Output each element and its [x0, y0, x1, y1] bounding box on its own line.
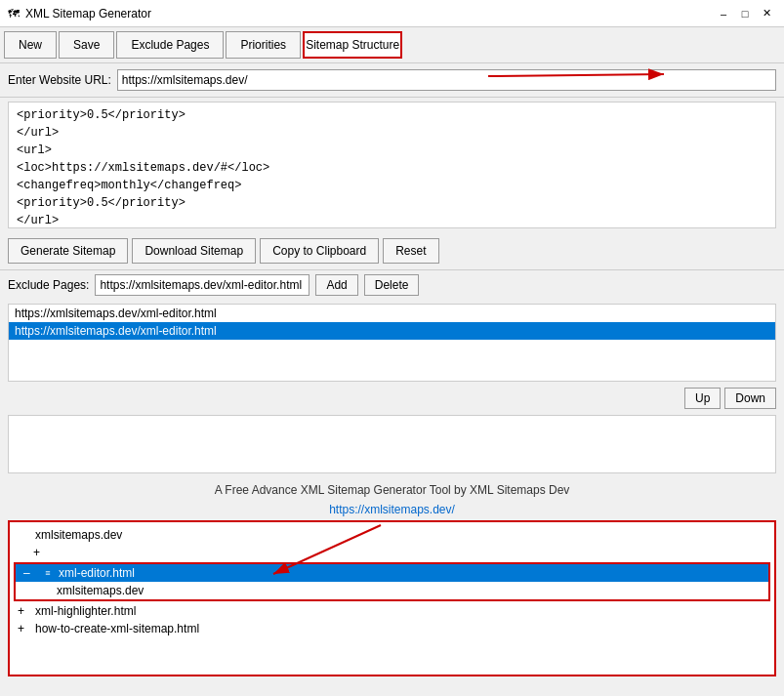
sitemap-structure-button[interactable]: Sitemap Structure — [303, 31, 402, 59]
preview-box — [8, 415, 776, 473]
exclude-label: Exclude Pages: — [8, 278, 89, 292]
tree-item-xml-editor[interactable]: – ≡ xml-editor.html — [16, 564, 768, 582]
tree-view: xmlsitemaps.dev + – ≡ xml-editor.html xm… — [8, 520, 776, 676]
new-button[interactable]: New — [4, 31, 57, 59]
url-list: https://xmlsitemaps.dev/xml-editor.html … — [8, 304, 776, 382]
url-label: Enter Website URL: — [8, 73, 111, 87]
list-item[interactable]: https://xmlsitemaps.dev/xml-editor.html — [9, 305, 775, 322]
expand-icon: – — [23, 566, 37, 580]
sitemap-line: <changefreq>monthly</changefreq> — [17, 177, 767, 194]
tree-item-how-to[interactable]: + how-to-create-xml-sitemap.html — [10, 620, 774, 637]
footer-text: A Free Advance XML Sitemap Generator Too… — [0, 477, 784, 503]
exclude-pages-button[interactable]: Exclude Pages — [116, 31, 224, 59]
priorities-button[interactable]: Priorities — [226, 31, 301, 59]
close-button[interactable]: ✕ — [757, 5, 776, 22]
down-button[interactable]: Down — [724, 388, 776, 409]
expand-icon: + — [33, 546, 40, 559]
reset-button[interactable]: Reset — [383, 238, 438, 264]
sitemap-line: </url> — [17, 212, 767, 228]
expand-icon: + — [18, 604, 31, 618]
title-bar-left: 🗺 XML Sitemap Generator — [8, 7, 151, 20]
generate-sitemap-button[interactable]: Generate Sitemap — [8, 238, 128, 264]
sitemap-line: <priority>0.5</priority> — [17, 194, 767, 212]
tree-item-xmlsitemaps[interactable]: xmlsitemaps.dev — [16, 582, 768, 599]
expand-icon: + — [18, 622, 31, 635]
download-sitemap-button[interactable]: Download Sitemap — [132, 238, 256, 264]
tree-label: how-to-create-xml-sitemap.html — [35, 622, 199, 635]
action-buttons: Generate Sitemap Download Sitemap Copy t… — [0, 232, 784, 269]
footer-link[interactable]: https://xmlsitemaps.dev/ — [0, 503, 784, 520]
sitemap-line: <url> — [17, 142, 767, 159]
exclude-input[interactable] — [95, 274, 309, 296]
page-icon: ≡ — [41, 566, 55, 580]
minimize-button[interactable]: – — [714, 5, 733, 22]
window: 🗺 XML Sitemap Generator – □ ✕ New Save E… — [0, 0, 784, 676]
tree-label: xml-highlighter.html — [35, 604, 136, 618]
url-row: Enter Website URL: — [0, 63, 784, 98]
delete-button[interactable]: Delete — [364, 274, 420, 296]
maximize-button[interactable]: □ — [735, 5, 755, 22]
up-button[interactable]: Up — [684, 388, 721, 409]
title-bar: 🗺 XML Sitemap Generator – □ ✕ — [0, 0, 784, 27]
tree-item-xml-highlighter[interactable]: + xml-highlighter.html — [10, 602, 774, 620]
list-item-selected[interactable]: https://xmlsitemaps.dev/xml-editor.html — [9, 322, 775, 340]
app-title: XML Sitemap Generator — [25, 7, 151, 20]
tree-label: xmlsitemaps.dev — [35, 528, 122, 542]
tree-label: xmlsitemaps.dev — [57, 584, 144, 597]
add-button[interactable]: Add — [315, 274, 357, 296]
copy-to-clipboard-button[interactable]: Copy to Clipboard — [260, 238, 379, 264]
sitemap-content: <priority>0.5</priority> </url> <url> <l… — [8, 102, 776, 228]
up-down-area: Up Down — [0, 386, 784, 411]
title-bar-controls: – □ ✕ — [714, 5, 776, 22]
toolbar: New Save Exclude Pages Priorities Sitema… — [0, 27, 784, 63]
sitemap-line: </url> — [17, 124, 767, 142]
exclude-row: Exclude Pages: Add Delete — [0, 269, 784, 300]
sitemap-line: <priority>0.5</priority> — [17, 106, 767, 124]
app-icon: 🗺 — [8, 7, 20, 20]
tree-label: xml-editor.html — [59, 566, 135, 580]
url-input[interactable] — [117, 69, 776, 91]
tree-item-expand[interactable]: + — [10, 544, 774, 561]
sitemap-line: <loc>https://xmlsitemaps.dev/#</loc> — [17, 159, 767, 177]
tree-item-root[interactable]: xmlsitemaps.dev — [10, 526, 774, 544]
save-button[interactable]: Save — [59, 31, 114, 59]
